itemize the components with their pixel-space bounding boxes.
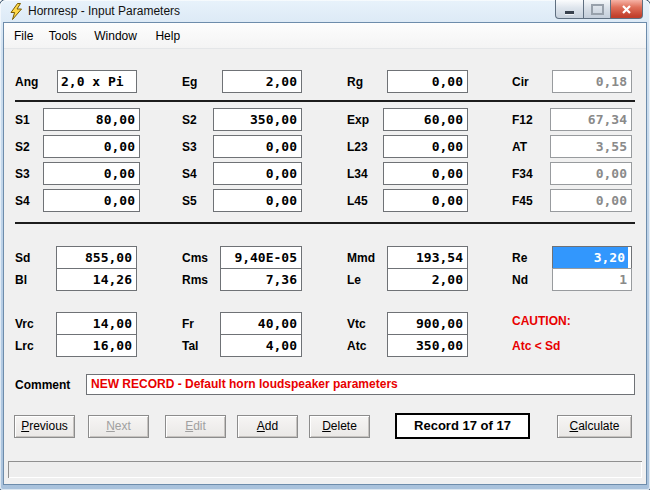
field-f34: F34 0,00 xyxy=(512,162,632,185)
field-s5: S5 0,00 xyxy=(182,189,302,212)
maximize-button[interactable] xyxy=(583,0,611,19)
mmd-input[interactable]: 193,54 xyxy=(387,246,468,269)
menu-tools[interactable]: Tools xyxy=(47,29,79,43)
calculate-button[interactable]: Calculate xyxy=(557,415,632,438)
at-label: AT xyxy=(512,140,527,154)
at-value: 3,55 xyxy=(596,139,627,154)
minimize-button[interactable] xyxy=(555,0,584,19)
field-tal: Tal 4,00 xyxy=(182,334,302,357)
l34-value: 0,00 xyxy=(432,166,463,181)
bl-value: 14,26 xyxy=(93,272,132,287)
vrc-input[interactable]: 14,00 xyxy=(56,312,137,335)
hornresp-window: Hornresp - Input Parameters File Tools W… xyxy=(0,0,650,490)
vtc-input[interactable]: 900,00 xyxy=(387,312,468,335)
atc-label: Atc xyxy=(347,339,366,353)
cms-value: 9,40E-05 xyxy=(234,250,297,265)
vtc-label: Vtc xyxy=(347,317,366,331)
fr-label: Fr xyxy=(182,317,194,331)
caption-buttons xyxy=(555,0,643,19)
s5-value: 0,00 xyxy=(266,193,297,208)
comment-input[interactable]: NEW RECORD - Default horn loudspeaker pa… xyxy=(86,374,635,395)
nd-label: Nd xyxy=(512,273,528,287)
l23-label: L23 xyxy=(347,140,368,154)
sd-label: Sd xyxy=(15,251,30,265)
rms-input[interactable]: 7,36 xyxy=(220,268,302,291)
exp-input[interactable]: 60,00 xyxy=(383,108,468,131)
tal-input[interactable]: 4,00 xyxy=(220,334,302,357)
s4-col2-label: S4 xyxy=(182,167,197,181)
record-counter: Record 17 of 17 xyxy=(395,413,530,439)
at-input: 3,55 xyxy=(550,135,632,158)
f34-value: 0,00 xyxy=(596,166,627,181)
le-value: 2,00 xyxy=(432,272,463,287)
titlebar[interactable]: Hornresp - Input Parameters xyxy=(0,0,650,23)
field-re: Re 3,20 xyxy=(512,246,632,269)
atc-input[interactable]: 350,00 xyxy=(387,334,468,357)
s1-input[interactable]: 80,00 xyxy=(43,108,140,131)
field-f45: F45 0,00 xyxy=(512,189,632,212)
f45-input: 0,00 xyxy=(550,189,632,212)
eg-input[interactable]: 2,00 xyxy=(222,70,302,93)
field-mmd: Mmd 193,54 xyxy=(347,246,468,269)
field-lrc: Lrc 16,00 xyxy=(15,334,137,357)
s2-col2-label: S2 xyxy=(182,113,197,127)
l45-input[interactable]: 0,00 xyxy=(383,189,468,212)
sd-input[interactable]: 855,00 xyxy=(56,246,137,269)
previous-button[interactable]: Previous xyxy=(14,415,75,438)
s3-input[interactable]: 0,00 xyxy=(43,162,140,185)
s4-input[interactable]: 0,00 xyxy=(43,189,140,212)
eg-value: 2,00 xyxy=(266,74,297,89)
field-f12: F12 67,34 xyxy=(512,108,632,131)
add-button[interactable]: Add xyxy=(237,415,298,438)
app-lightning-icon xyxy=(9,3,23,20)
window-title: Hornresp - Input Parameters xyxy=(28,4,180,18)
tal-value: 4,00 xyxy=(266,338,297,353)
field-cir: Cir 0,18 xyxy=(512,70,632,93)
ang-input[interactable]: 2,0 x Pi xyxy=(57,70,137,93)
menu-bar: File Tools Window Help xyxy=(4,23,646,49)
cms-input[interactable]: 9,40E-05 xyxy=(220,246,302,269)
field-fr: Fr 40,00 xyxy=(182,312,302,335)
close-button[interactable] xyxy=(610,0,643,19)
menu-window[interactable]: Window xyxy=(92,29,139,43)
atc-value: 350,00 xyxy=(416,338,463,353)
l45-value: 0,00 xyxy=(432,193,463,208)
delete-button[interactable]: Delete xyxy=(309,415,370,438)
field-rms: Rms 7,36 xyxy=(182,268,302,291)
field-ang: Ang 2,0 x Pi xyxy=(15,70,137,93)
vrc-label: Vrc xyxy=(15,317,34,331)
comment-label: Comment xyxy=(15,378,70,392)
l23-input[interactable]: 0,00 xyxy=(383,135,468,158)
cms-label: Cms xyxy=(182,251,208,265)
re-input[interactable]: 3,20 xyxy=(552,246,632,269)
l23-value: 0,00 xyxy=(432,139,463,154)
s3-col2-input[interactable]: 0,00 xyxy=(213,135,302,158)
l45-label: L45 xyxy=(347,194,368,208)
s2-col2-input[interactable]: 350,00 xyxy=(213,108,302,131)
menu-file[interactable]: File xyxy=(12,29,35,43)
s4-label: S4 xyxy=(15,194,30,208)
s3-label: S3 xyxy=(15,167,30,181)
minimize-icon xyxy=(565,11,574,14)
bl-input[interactable]: 14,26 xyxy=(56,268,137,291)
field-s3-col2: S3 0,00 xyxy=(182,135,302,158)
exp-value: 60,00 xyxy=(424,112,463,127)
exp-label: Exp xyxy=(347,113,369,127)
s1-value: 80,00 xyxy=(96,112,135,127)
l34-input[interactable]: 0,00 xyxy=(383,162,468,185)
fr-input[interactable]: 40,00 xyxy=(220,312,302,335)
s5-input[interactable]: 0,00 xyxy=(213,189,302,212)
field-s2: S2 0,00 xyxy=(15,135,140,158)
next-button[interactable]: Next xyxy=(88,415,149,438)
s3-value: 0,00 xyxy=(104,166,135,181)
field-vrc: Vrc 14,00 xyxy=(15,312,137,335)
s5-label: S5 xyxy=(182,194,197,208)
s2-input[interactable]: 0,00 xyxy=(43,135,140,158)
edit-button[interactable]: Edit xyxy=(165,415,226,438)
s4-col2-input[interactable]: 0,00 xyxy=(213,162,302,185)
lrc-input[interactable]: 16,00 xyxy=(56,334,137,357)
rg-input[interactable]: 0,00 xyxy=(387,70,468,93)
menu-help[interactable]: Help xyxy=(153,29,182,43)
tal-label: Tal xyxy=(182,339,198,353)
le-input[interactable]: 2,00 xyxy=(387,268,468,291)
